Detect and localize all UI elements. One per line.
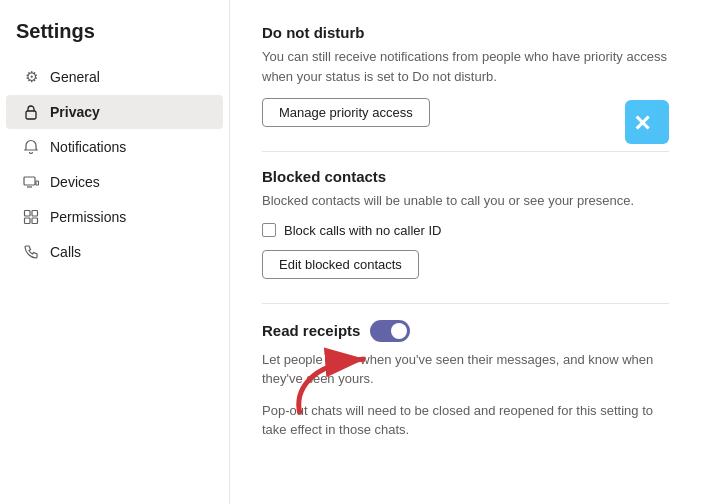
do-not-disturb-desc: You can still receive notifications from…: [262, 47, 669, 86]
read-receipts-section: Read receipts Let people know when you'v…: [262, 320, 669, 440]
sidebar-item-privacy[interactable]: Privacy: [6, 95, 223, 129]
devices-icon: [22, 173, 40, 191]
permissions-icon: [22, 208, 40, 226]
blocked-contacts-title: Blocked contacts: [262, 168, 669, 185]
blocked-contacts-desc: Blocked contacts will be unable to call …: [262, 191, 669, 211]
svg-rect-3: [25, 211, 31, 217]
svg-rect-0: [26, 111, 36, 119]
block-calls-checkbox-row: Block calls with no caller ID: [262, 223, 669, 238]
sidebar: Settings ⚙ General Privacy Notifications: [0, 0, 230, 504]
read-receipts-toggle[interactable]: [370, 320, 410, 342]
read-receipts-desc1: Let people know when you've seen their m…: [262, 350, 669, 389]
teams-app-icon: ✕: [625, 100, 669, 144]
manage-priority-button[interactable]: Manage priority access: [262, 98, 430, 127]
sidebar-item-devices[interactable]: Devices: [6, 165, 223, 199]
read-receipts-title: Read receipts: [262, 322, 360, 339]
divider-2: [262, 303, 669, 304]
sidebar-label-privacy: Privacy: [50, 104, 100, 120]
svg-rect-5: [25, 218, 31, 224]
general-icon: ⚙: [22, 68, 40, 86]
svg-rect-1: [24, 177, 35, 185]
sidebar-item-calls[interactable]: Calls: [6, 235, 223, 269]
do-not-disturb-title: Do not disturb: [262, 24, 669, 41]
main-content: ✕ Do not disturb You can still receive n…: [230, 0, 701, 504]
svg-text:✕: ✕: [633, 111, 651, 136]
blocked-contacts-section: Blocked contacts Blocked contacts will b…: [262, 168, 669, 279]
sidebar-item-general[interactable]: ⚙ General: [6, 60, 223, 94]
block-calls-checkbox[interactable]: [262, 223, 276, 237]
settings-title: Settings: [0, 20, 229, 59]
teams-icon-wrap: ✕: [625, 100, 669, 147]
sidebar-label-general: General: [50, 69, 100, 85]
svg-rect-6: [32, 218, 38, 224]
block-calls-label: Block calls with no caller ID: [284, 223, 442, 238]
lock-icon: [22, 103, 40, 121]
sidebar-label-devices: Devices: [50, 174, 100, 190]
do-not-disturb-section: Do not disturb You can still receive not…: [262, 24, 669, 127]
phone-icon: [22, 243, 40, 261]
edit-blocked-contacts-button[interactable]: Edit blocked contacts: [262, 250, 419, 279]
read-receipts-row: Read receipts: [262, 320, 669, 342]
sidebar-item-permissions[interactable]: Permissions: [6, 200, 223, 234]
sidebar-label-notifications: Notifications: [50, 139, 126, 155]
sidebar-label-permissions: Permissions: [50, 209, 126, 225]
sidebar-item-notifications[interactable]: Notifications: [6, 130, 223, 164]
sidebar-label-calls: Calls: [50, 244, 81, 260]
bell-icon: [22, 138, 40, 156]
read-receipts-desc2: Pop-out chats will need to be closed and…: [262, 401, 669, 440]
svg-rect-2: [36, 181, 39, 185]
divider-1: [262, 151, 669, 152]
svg-rect-4: [32, 211, 38, 217]
